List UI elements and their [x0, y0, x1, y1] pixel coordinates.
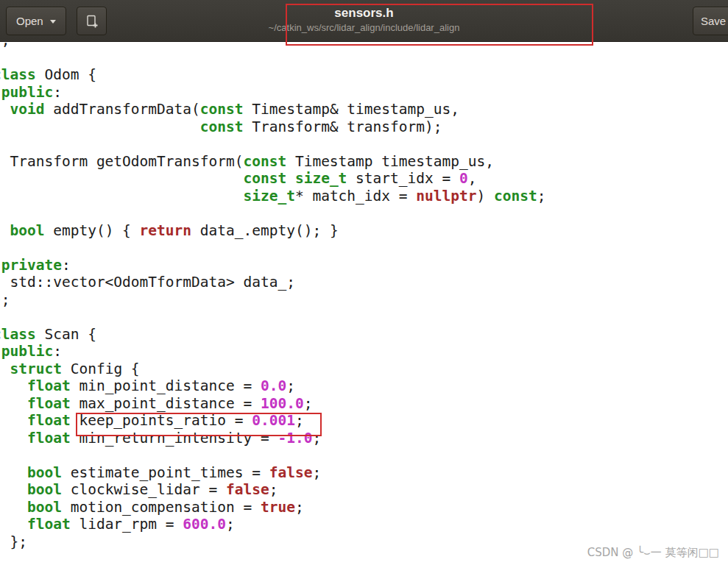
code-line: [0, 49, 728, 67]
code-line: [0, 308, 728, 326]
window-title-block: sensors.h ~/catkin_ws/src/lidar_align/in…: [269, 6, 460, 34]
code-line: [0, 135, 728, 153]
code-line: [0, 447, 728, 464]
code-content: };class Odom { public: void addTransform…: [0, 42, 728, 550]
code-line: bool empty() { return data_.empty(); }: [0, 222, 728, 240]
code-line: };: [0, 42, 728, 49]
code-line: size_t* match_idx = nullptr) const;: [0, 188, 728, 205]
save-button-label: Save: [701, 15, 726, 27]
code-line: const size_t start_idx = 0,: [0, 170, 728, 188]
window-subtitle: ~/catkin_ws/src/lidar_align/include/lida…: [269, 22, 460, 34]
code-line: void addTransformData(const Timestamp& t…: [0, 101, 728, 118]
code-line: private:: [0, 257, 728, 274]
code-line: std::vector<OdomTformData> data_;: [0, 274, 728, 291]
code-area[interactable]: };class Odom { public: void addTransform…: [0, 42, 728, 565]
code-line: bool clockwise_lidar = false;: [0, 481, 728, 499]
gedit-window: Open sensors.h ~/catkin_ws/src/lidar_ali…: [0, 0, 728, 565]
code-line: const Transform& transform);: [0, 118, 728, 136]
code-line: float max_point_distance = 100.0;: [0, 395, 728, 413]
code-line: bool estimate_point_times = false;: [0, 464, 728, 482]
code-line: [0, 239, 728, 257]
csdn-watermark: CSDN @ ╰⌣一 莫等闲□□: [587, 546, 719, 560]
save-button[interactable]: Save: [693, 7, 728, 35]
code-line: class Odom {: [0, 66, 728, 84]
header-bar: Open sensors.h ~/catkin_ws/src/lidar_ali…: [0, 0, 728, 42]
code-line: float min_point_distance = 0.0;: [0, 377, 728, 395]
caret-down-icon: [50, 20, 56, 24]
code-line: float lidar_rpm = 600.0;: [0, 516, 728, 533]
code-line: class Scan {: [0, 326, 728, 344]
code-line: public:: [0, 343, 728, 360]
new-document-icon: [85, 14, 99, 29]
code-line: struct Config {: [0, 360, 728, 378]
open-button[interactable]: Open: [6, 7, 66, 35]
code-line: public:: [0, 84, 728, 102]
code-line: float keep_points_ratio = 0.001;: [0, 412, 728, 430]
code-line: bool motion_compensation = true;: [0, 499, 728, 516]
code-line: };: [0, 291, 728, 309]
open-button-label: Open: [16, 15, 43, 27]
window-title: sensors.h: [269, 6, 460, 21]
code-line: float min_return_intensity = -1.0;: [0, 430, 728, 447]
code-line: Transform getOdomTransform(const Timesta…: [0, 153, 728, 171]
code-line: [0, 205, 728, 222]
new-document-button[interactable]: [77, 7, 107, 35]
